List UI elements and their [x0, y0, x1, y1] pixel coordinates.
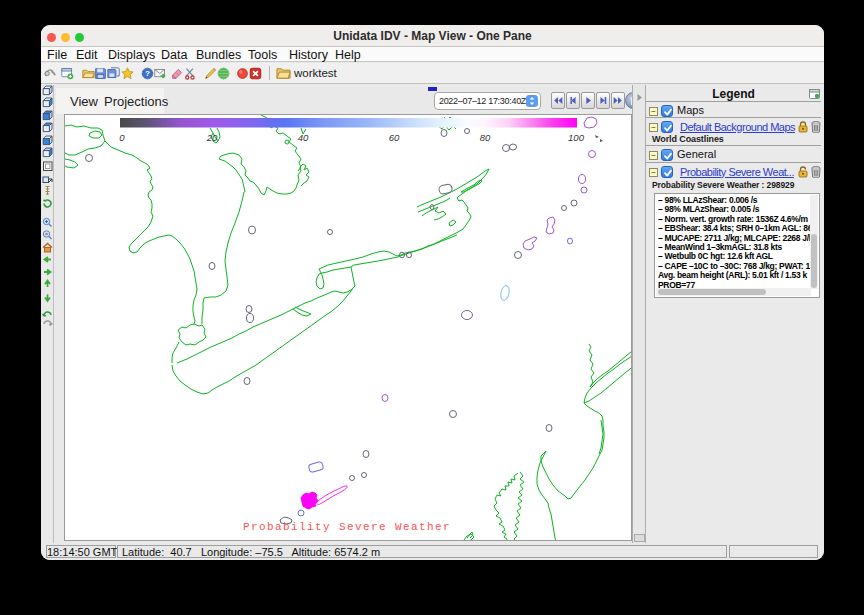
svg-text:60: 60	[389, 132, 400, 143]
svg-text:80: 80	[480, 132, 491, 143]
svg-text:100: 100	[568, 132, 585, 143]
svg-text:20: 20	[206, 132, 218, 143]
svg-text:40: 40	[298, 132, 309, 143]
svg-text:?: ?	[145, 69, 150, 78]
svg-text:0: 0	[119, 132, 125, 143]
svg-text:Probability Severe Weather: Probability Severe Weather	[243, 521, 451, 533]
